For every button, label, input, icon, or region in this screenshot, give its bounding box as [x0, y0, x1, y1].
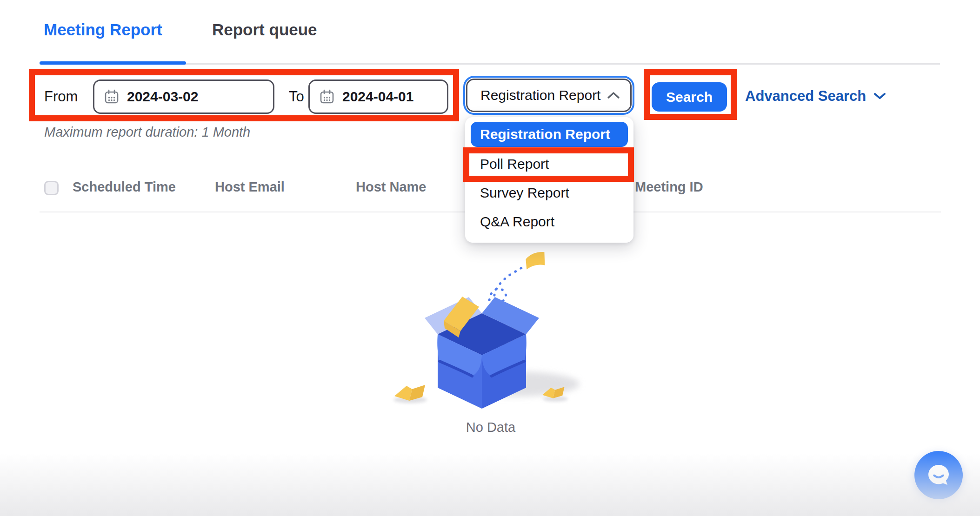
- from-label: From: [44, 88, 78, 105]
- chat-launcher-button[interactable]: [914, 451, 963, 499]
- tab-report-queue[interactable]: Report queue: [212, 20, 317, 39]
- advanced-search-link[interactable]: Advanced Search: [745, 88, 886, 105]
- from-date-input[interactable]: 2024-03-02: [93, 79, 274, 114]
- to-date-value: 2024-04-01: [342, 89, 413, 105]
- tab-meeting-report[interactable]: Meeting Report: [44, 20, 162, 39]
- report-type-select[interactable]: Registration Report: [463, 76, 634, 115]
- menu-option-registration-report[interactable]: Registration Report: [471, 122, 628, 147]
- chat-bubble-icon: [924, 461, 953, 490]
- no-data-box-illustration: [390, 249, 592, 426]
- max-duration-note: Maximum report duration: 1 Month: [44, 125, 250, 140]
- to-date-input[interactable]: 2024-04-01: [308, 79, 448, 114]
- menu-option-survey-report[interactable]: Survey Report: [471, 179, 628, 207]
- column-scheduled-time: Scheduled Time: [73, 179, 176, 195]
- select-all-checkbox[interactable]: [44, 181, 59, 195]
- to-label: To: [289, 88, 304, 105]
- column-meeting-id: Meeting ID: [635, 179, 703, 195]
- meeting-report-page: Meeting Report Report queue From 2024-03…: [0, 0, 980, 516]
- report-type-menu: Registration Report Poll Report Survey R…: [465, 117, 633, 243]
- report-type-selected-value: Registration Report: [480, 87, 600, 103]
- search-button[interactable]: Search: [652, 82, 727, 112]
- menu-option-qa-report[interactable]: Q&A Report: [471, 207, 628, 236]
- bottom-gradient: [0, 453, 980, 516]
- empty-state-label: No Data: [390, 420, 592, 435]
- from-date-value: 2024-03-02: [127, 89, 198, 105]
- chevron-down-icon: [873, 92, 886, 100]
- advanced-search-label: Advanced Search: [745, 88, 866, 105]
- active-tab-underline: [40, 61, 186, 65]
- chevron-up-icon: [607, 91, 620, 100]
- calendar-icon: [104, 89, 120, 105]
- column-host-name: Host Name: [356, 179, 427, 195]
- calendar-icon: [319, 89, 335, 105]
- menu-option-poll-report[interactable]: Poll Report: [471, 150, 628, 179]
- column-host-email: Host Email: [215, 179, 285, 195]
